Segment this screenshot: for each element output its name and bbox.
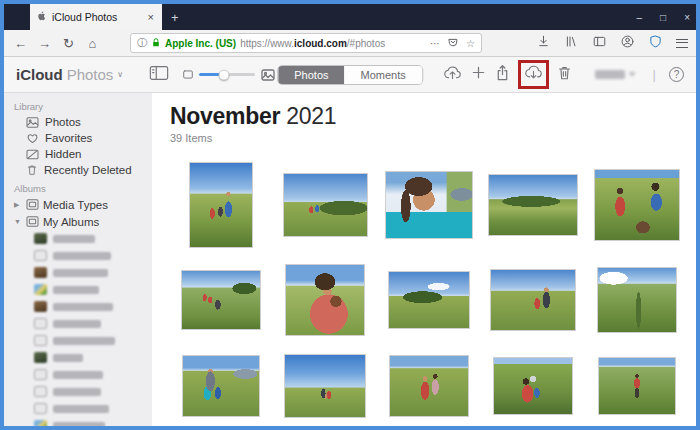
- address-bar[interactable]: ⓘ Apple Inc. (US) https://www.icloud.com…: [130, 33, 482, 53]
- sidebar-toggle-icon[interactable]: [149, 65, 169, 85]
- chevron-down-icon: [629, 72, 636, 77]
- item-count: 39 Items: [170, 132, 696, 144]
- delete-icon[interactable]: [557, 65, 572, 85]
- photo-cell: [482, 156, 584, 254]
- photo-cell: [482, 254, 584, 346]
- browser-tab[interactable]: iCloud Photos ×: [30, 4, 162, 30]
- sidebar-album-item-blurred[interactable]: [4, 281, 152, 298]
- downloads-icon[interactable]: [536, 34, 551, 53]
- back-icon[interactable]: ←: [12, 36, 29, 51]
- zoom-slider-track[interactable]: [199, 73, 255, 76]
- photo-thumbnail-kids-grass[interactable]: [490, 269, 576, 331]
- help-button[interactable]: ?: [669, 67, 684, 82]
- photo-thumbnail-meadow-trees[interactable]: [388, 271, 470, 329]
- album-thumbnail-icon: [34, 301, 47, 312]
- url-text[interactable]: https://www.icloud.com/#photos: [240, 38, 385, 49]
- photo-thumbnail-distant-walkers[interactable]: [283, 173, 368, 237]
- maximize-button[interactable]: □: [660, 12, 666, 23]
- photo-thumbnail-pair-hill[interactable]: [389, 355, 469, 417]
- photo-thumbnail-family-walk[interactable]: [189, 162, 253, 248]
- sidebar-album-item-blurred[interactable]: [4, 383, 152, 400]
- photo-thumbnail-big-sky[interactable]: [284, 354, 366, 418]
- pocket-icon[interactable]: [447, 36, 459, 50]
- sidebar-album-item-blurred[interactable]: [4, 230, 152, 247]
- new-tab-button[interactable]: +: [162, 10, 188, 25]
- page-info-icon[interactable]: ⓘ: [137, 36, 147, 50]
- sidebar-album-item-blurred[interactable]: [4, 417, 152, 426]
- photo-cell: [586, 346, 688, 426]
- photo-actions: | ?: [443, 60, 684, 89]
- icloud-toolbar: iCloud Photos ∨ Photos Moments: [4, 57, 696, 93]
- tab-close-icon[interactable]: ×: [146, 11, 156, 23]
- photo-thumbnail-couple-hug[interactable]: [493, 357, 573, 415]
- zoom-slider-thumb[interactable]: [219, 69, 230, 80]
- shield-icon[interactable]: [648, 34, 663, 53]
- page-actions-icon[interactable]: ⋯: [430, 38, 440, 49]
- add-icon[interactable]: [471, 65, 486, 84]
- photo-thumbnail-grass-path[interactable]: [597, 267, 677, 333]
- album-icon: [26, 216, 39, 227]
- brand-photos: Photos: [67, 66, 114, 83]
- sidebar-album-item-blurred[interactable]: [4, 264, 152, 281]
- photos-sidebar: Library Photos Favorites Hidden Recently…: [4, 93, 152, 426]
- menu-icon[interactable]: [676, 39, 688, 48]
- sidebar-item-recently-deleted[interactable]: Recently Deleted: [4, 162, 152, 178]
- brand-icloud: iCloud: [16, 66, 63, 83]
- photo-cell: [170, 156, 272, 254]
- chevron-right-icon[interactable]: ▶: [14, 201, 22, 209]
- download-highlight-box: [518, 60, 549, 89]
- album-thumbnail-icon: [34, 352, 47, 363]
- icloud-app-switcher[interactable]: iCloud Photos ∨: [16, 66, 123, 83]
- sidebar-item-hidden[interactable]: Hidden: [4, 146, 152, 162]
- tab-photos[interactable]: Photos: [278, 66, 344, 84]
- album-thumbnail-icon: [34, 420, 47, 426]
- photo-thumbnail-woman-away[interactable]: [598, 357, 676, 415]
- home-icon[interactable]: ⌂: [84, 36, 101, 51]
- blurred-album-name: [53, 354, 83, 362]
- sidebar-item-media-types[interactable]: ▶ Media Types: [4, 196, 152, 213]
- minimize-button[interactable]: –: [637, 12, 643, 23]
- blurred-album-name: [53, 405, 109, 413]
- reload-icon[interactable]: ↻: [60, 36, 77, 51]
- share-icon[interactable]: [495, 64, 510, 85]
- sidebar-album-item-blurred[interactable]: [4, 366, 152, 383]
- chevron-down-icon[interactable]: ▼: [14, 218, 22, 225]
- sidebar-album-item-blurred[interactable]: [4, 315, 152, 332]
- site-identity-label[interactable]: Apple Inc. (US): [165, 38, 236, 49]
- sidebar-album-item-blurred[interactable]: [4, 400, 152, 417]
- photo-thumbnail-family-hug[interactable]: [182, 355, 260, 417]
- sidebar-album-item-blurred[interactable]: [4, 298, 152, 315]
- library-icon[interactable]: [564, 34, 579, 53]
- sidebar-item-favorites[interactable]: Favorites: [4, 130, 152, 146]
- photo-cell: [170, 254, 272, 346]
- tab-moments[interactable]: Moments: [345, 66, 422, 84]
- photo-thumbnail-girl-braids[interactable]: [385, 171, 473, 239]
- app-body: Library Photos Favorites Hidden Recently…: [4, 93, 696, 426]
- photo-cell: [586, 156, 688, 254]
- album-thumbnail-icon: [34, 335, 47, 346]
- forward-icon[interactable]: →: [36, 36, 53, 51]
- sidebar-item-my-albums[interactable]: ▼ My Albums: [4, 213, 152, 230]
- photo-cell: [378, 254, 480, 346]
- thumbnail-zoom-slider[interactable]: [183, 69, 275, 81]
- photo-thumbnail-open-hills[interactable]: [488, 174, 578, 236]
- photo-thumbnail-mom-hug[interactable]: [285, 264, 365, 336]
- upload-icon[interactable]: [443, 64, 462, 85]
- lock-icon: [151, 37, 161, 50]
- photo-thumbnail-kids-backs[interactable]: [594, 169, 680, 241]
- sidebar-album-item-blurred[interactable]: [4, 349, 152, 366]
- albums-section-label: Albums: [14, 183, 152, 194]
- close-button[interactable]: ×: [684, 12, 690, 23]
- sidebar-album-item-blurred[interactable]: [4, 247, 152, 264]
- photo-thumbnail-trail-down[interactable]: [181, 270, 261, 330]
- album-thumbnail-icon: [34, 369, 47, 380]
- window-controls: – □ ×: [637, 4, 690, 30]
- sidebar-item-photos[interactable]: Photos: [4, 114, 152, 130]
- account-icon[interactable]: [620, 34, 635, 53]
- sidebars-icon[interactable]: [592, 34, 607, 53]
- screenshot-frame: iCloud Photos × + – □ × ← → ↻ ⌂ ⓘ Apple …: [0, 0, 700, 430]
- sidebar-album-item-blurred[interactable]: [4, 332, 152, 349]
- account-name-blurred[interactable]: [595, 70, 636, 79]
- bookmark-star-icon[interactable]: ☆: [466, 38, 475, 49]
- download-icon[interactable]: [524, 64, 543, 85]
